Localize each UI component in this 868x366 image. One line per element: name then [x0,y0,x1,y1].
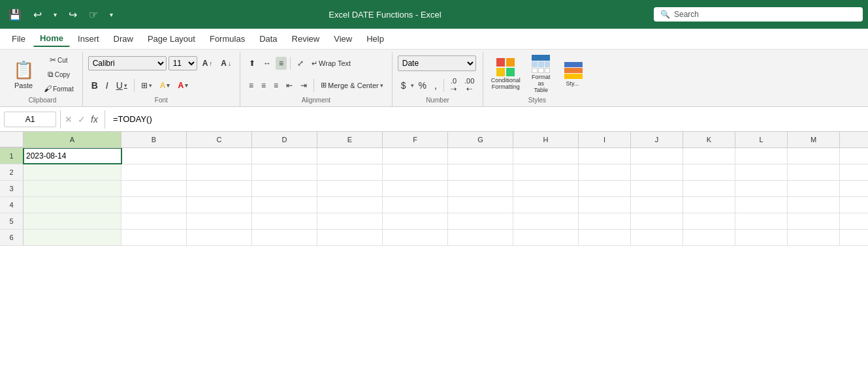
cell-j2[interactable] [631,164,683,180]
cell-e1[interactable] [317,148,383,164]
decrease-font-button[interactable]: A↓ [217,57,234,70]
cell-i4[interactable] [579,197,631,213]
menu-draw[interactable]: Draw [107,31,140,46]
row-header-4[interactable]: 4 [0,197,24,213]
cell-c1[interactable] [187,148,252,164]
col-header-b[interactable]: B [121,132,187,147]
borders-button[interactable]: ⊞ ▾ [138,79,155,92]
cell-m4[interactable] [788,197,840,213]
cell-c6[interactable] [187,230,252,245]
cell-b3[interactable] [121,181,187,196]
cell-c4[interactable] [187,197,252,213]
save-button[interactable]: 💾 [5,7,25,22]
number-format-select[interactable]: Date General Number Currency Accounting … [398,55,476,71]
font-size-select[interactable]: 11 89101214 [169,56,197,70]
cell-h6[interactable] [513,230,579,245]
cell-c2[interactable] [187,164,252,180]
cell-j5[interactable] [631,213,683,229]
col-header-g[interactable]: G [448,132,513,147]
increase-decimal-button[interactable]: .0⇢ [447,75,460,95]
row-header-6[interactable]: 6 [0,230,24,245]
menu-help[interactable]: Help [360,31,391,46]
cell-i6[interactable] [579,230,631,245]
redo-button[interactable]: ↪ [65,7,80,22]
corner-cell[interactable] [0,132,24,147]
cell-a6[interactable] [24,230,121,245]
cell-b6[interactable] [121,230,187,245]
merge-center-button[interactable]: ⊞ Merge & Center ▾ [317,79,387,91]
cell-k6[interactable] [683,230,735,245]
cell-a1[interactable]: 2023-08-14 [24,148,121,164]
cell-a2[interactable] [24,164,121,180]
col-header-c[interactable]: C [187,132,252,147]
cell-f4[interactable] [383,197,448,213]
cell-c5[interactable] [187,213,252,229]
copy-button[interactable]: ⧉ Copy [40,68,77,81]
cell-b5[interactable] [121,213,187,229]
cell-j3[interactable] [631,181,683,196]
wrap-text-button[interactable]: ↵ Wrap Text [308,57,354,70]
cell-k5[interactable] [683,213,735,229]
cell-i5[interactable] [579,213,631,229]
align-bottom-button[interactable]: ≡ [276,57,287,70]
col-header-i[interactable]: I [579,132,631,147]
cell-d4[interactable] [252,197,317,213]
align-middle-button[interactable]: ↔ [260,57,274,70]
cell-f6[interactable] [383,230,448,245]
cell-styles-button[interactable]: Sty... [559,54,585,95]
customize-qat-button[interactable]: ▾ [106,10,116,20]
cell-m1[interactable] [788,148,840,164]
format-as-table-button[interactable]: Format asTable [524,54,558,95]
paste-button[interactable]: 📋 Paste [8,54,39,95]
cell-l1[interactable] [735,148,788,164]
currency-button[interactable]: $ [398,78,410,93]
conditional-formatting-button[interactable]: ConditionalFormatting [489,54,522,95]
decrease-indent-button[interactable]: ⇤ [283,79,296,92]
cell-m5[interactable] [788,213,840,229]
cell-reference-box[interactable]: A1 [4,112,56,127]
comma-button[interactable]: , [431,78,440,93]
cell-d5[interactable] [252,213,317,229]
search-box[interactable]: 🔍 Search [654,7,863,22]
menu-home[interactable]: Home [33,31,70,47]
cell-a4[interactable] [24,197,121,213]
cell-k3[interactable] [683,181,735,196]
cell-b1[interactable] [121,148,187,164]
cell-l3[interactable] [735,181,788,196]
col-header-h[interactable]: H [513,132,579,147]
cell-k4[interactable] [683,197,735,213]
menu-insert[interactable]: Insert [71,31,106,46]
menu-view[interactable]: View [327,31,359,46]
cell-g3[interactable] [448,181,513,196]
row-header-2[interactable]: 2 [0,164,24,180]
cell-d1[interactable] [252,148,317,164]
col-header-e[interactable]: E [317,132,383,147]
cell-e5[interactable] [317,213,383,229]
underline-button[interactable]: U ▾ [113,78,131,93]
cell-b2[interactable] [121,164,187,180]
col-header-k[interactable]: K [683,132,735,147]
cell-i2[interactable] [579,164,631,180]
col-header-f[interactable]: F [383,132,448,147]
cell-d6[interactable] [252,230,317,245]
undo-button[interactable]: ↩ [30,7,45,22]
col-header-d[interactable]: D [252,132,317,147]
undo-dropdown[interactable]: ▾ [50,10,60,20]
cell-f3[interactable] [383,181,448,196]
cell-j4[interactable] [631,197,683,213]
cell-h5[interactable] [513,213,579,229]
touch-mode-button[interactable]: ☞ [86,7,101,22]
row-header-3[interactable]: 3 [0,181,24,196]
formula-input[interactable]: =TODAY() [108,113,868,125]
cell-k2[interactable] [683,164,735,180]
currency-dropdown[interactable]: ▾ [411,82,414,89]
col-header-a[interactable]: A [24,132,121,147]
cell-d2[interactable] [252,164,317,180]
menu-review[interactable]: Review [285,31,327,46]
font-color-button[interactable]: A ▾ [174,79,191,92]
align-top-button[interactable]: ⬆ [246,57,259,70]
italic-button[interactable]: I [103,78,112,93]
cell-k1[interactable] [683,148,735,164]
increase-font-button[interactable]: A↑ [199,57,216,70]
cell-e6[interactable] [317,230,383,245]
